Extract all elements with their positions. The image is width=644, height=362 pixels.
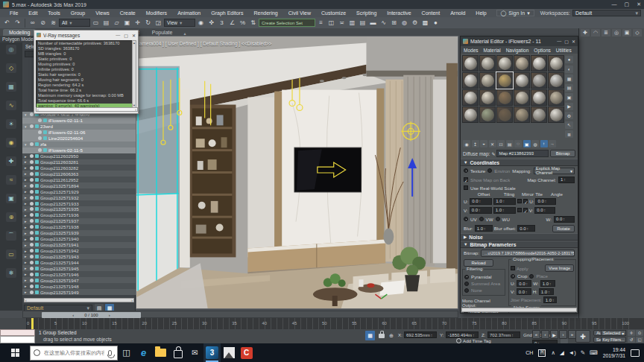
taskbar-store[interactable] xyxy=(169,343,186,362)
material-sample-slot[interactable] xyxy=(514,55,530,72)
vw-radio[interactable] xyxy=(479,217,484,221)
visibility-icon[interactable] xyxy=(30,261,34,264)
assign-to-selection-icon[interactable]: ◒ xyxy=(480,140,487,147)
utilities-tab-icon[interactable]: ◇ xyxy=(633,29,642,36)
language-indicator[interactable]: CH xyxy=(525,350,533,355)
menu-item[interactable]: Create xyxy=(115,10,141,16)
window-crossing-icon[interactable]: ▣ xyxy=(122,18,132,28)
menu-item[interactable]: Group xyxy=(66,10,90,16)
expand-arrow-icon[interactable] xyxy=(25,189,28,194)
material-sample-slot[interactable] xyxy=(548,55,564,72)
summed-area-radio[interactable] xyxy=(464,282,469,286)
expand-arrow-icon[interactable] xyxy=(25,219,28,223)
explorer-row[interactable]: Group2132571946 xyxy=(22,271,136,277)
vray-close-button[interactable]: ✕ xyxy=(132,33,136,38)
hierarchy-tab-icon[interactable]: ≣ xyxy=(602,29,610,36)
jitter-field[interactable]: 1.0↕ xyxy=(543,296,557,303)
touch-keyboard-icon[interactable]: ⌨ xyxy=(590,349,598,356)
percent-snap-icon[interactable]: % xyxy=(238,18,247,28)
material-sample-slot[interactable] xyxy=(479,55,496,72)
v-angle-field[interactable]: 0.0↕ xyxy=(534,207,555,214)
material-sample-slot[interactable] xyxy=(496,107,513,123)
use-real-world-scale-checkbox[interactable] xyxy=(464,185,468,190)
coordinates-rollout-header[interactable]: ▼Coordinates xyxy=(461,159,578,166)
select-by-material-icon[interactable]: ↖ xyxy=(565,121,573,129)
display-tab-icon[interactable]: ▣ xyxy=(622,29,631,36)
explorer-row[interactable]: iFlowers-02-11-1 xyxy=(22,118,136,124)
sign-in-button[interactable]: ◯Sign In▾ xyxy=(496,10,534,16)
visibility-icon[interactable] xyxy=(30,237,34,241)
visibility-icon[interactable] xyxy=(30,231,34,235)
maxscript-mini-listener-pink[interactable] xyxy=(0,329,35,336)
ribbon-minimize-icon[interactable]: ▴ xyxy=(183,31,186,36)
display-geometry-icon[interactable]: ▦ xyxy=(6,82,16,92)
align-icon[interactable]: ≍ xyxy=(337,18,347,28)
menu-item[interactable]: Content xyxy=(417,10,446,16)
explorer-row[interactable]: Group2132571932 xyxy=(22,194,136,200)
menu-item[interactable]: Graph Editors xyxy=(206,10,248,16)
material-sample-slot[interactable] xyxy=(548,72,564,89)
explorer-row[interactable]: Group2132571945 xyxy=(22,265,136,271)
visibility-icon[interactable] xyxy=(38,118,42,122)
ribbon-toggle-icon[interactable]: ▬ xyxy=(368,18,378,28)
curve-editor-icon[interactable]: ∿ xyxy=(379,18,388,28)
visibility-icon[interactable] xyxy=(30,196,34,200)
material-editor-menu-item[interactable]: Navigation xyxy=(506,48,529,53)
ribbon-tab[interactable]: Populate xyxy=(146,29,179,36)
y-coordinate-field[interactable]: -1850.494m↕ xyxy=(446,331,479,338)
menu-item[interactable]: Animation xyxy=(172,10,206,16)
crop-w-field[interactable]: 1.0↕ xyxy=(540,280,555,287)
microphone-icon[interactable] xyxy=(108,350,112,356)
expand-arrow-icon[interactable] xyxy=(25,237,28,241)
schematic-view-icon[interactable]: ⊞ xyxy=(389,18,399,28)
material-sample-slot[interactable] xyxy=(496,72,513,89)
go-to-start-icon[interactable]: « xyxy=(532,330,540,339)
z-coordinate-field[interactable]: 702.37mm↕ xyxy=(487,331,520,338)
menu-item[interactable]: Views xyxy=(90,10,115,16)
visibility-icon[interactable] xyxy=(38,148,42,152)
view-image-button[interactable]: View Image xyxy=(545,264,574,272)
show-end-result-icon[interactable]: ◍ xyxy=(531,140,539,147)
pan-icon[interactable]: ✛ xyxy=(628,330,635,336)
eyedropper-icon[interactable]: ✎ xyxy=(491,151,495,156)
menu-item[interactable]: File xyxy=(4,10,23,16)
select-object-icon[interactable]: ▭ xyxy=(91,18,101,28)
map-type-button[interactable]: Bitmap xyxy=(550,150,575,157)
explorer-row[interactable]: Group2112602950 xyxy=(22,153,136,159)
add-time-tag[interactable]: Add Time Tag xyxy=(456,338,491,343)
explorer-find-icon[interactable]: ◎ xyxy=(6,45,16,54)
menu-item[interactable]: Civil View xyxy=(283,10,316,16)
visibility-icon[interactable] xyxy=(30,160,34,164)
background-icon[interactable]: ▦ xyxy=(565,74,573,82)
explorer-horizontal-scrollbar[interactable]: ‹› xyxy=(24,298,134,302)
map-channel-field[interactable]: 1↕ xyxy=(558,177,575,183)
image-alpha-radio[interactable] xyxy=(511,314,515,314)
volume-icon[interactable]: ◄) xyxy=(569,349,576,356)
material-sample-slot[interactable] xyxy=(462,89,479,106)
visibility-icon[interactable] xyxy=(30,166,34,170)
motion-tab-icon[interactable]: ◎ xyxy=(612,29,621,36)
selection-filter-dropdown[interactable]: All▾ xyxy=(59,19,90,27)
mated-close-button[interactable]: ✕ xyxy=(572,39,575,44)
mated-maximize-button[interactable]: ▢ xyxy=(564,39,569,44)
visibility-icon[interactable] xyxy=(30,142,34,146)
explorer-row[interactable]: Group2112603282 xyxy=(22,165,136,171)
material-editor-horizontal-scrollbar[interactable] xyxy=(461,308,577,312)
put-to-scene-icon[interactable]: ↥ xyxy=(472,140,479,147)
expand-arrow-icon[interactable] xyxy=(25,260,28,264)
v-tiling-field[interactable]: 1.0↕ xyxy=(493,207,516,214)
menu-item[interactable]: Rendering xyxy=(248,10,282,16)
material-sample-slot[interactable] xyxy=(548,89,564,106)
track-bar[interactable]: 0510152025303540455055606570758085909510… xyxy=(0,318,644,329)
next-frame-arrow-icon[interactable]: › xyxy=(109,313,110,317)
rendered-frame-icon[interactable]: ▩ xyxy=(420,18,430,28)
explorer-row[interactable]: iFlowers-02-11-5 xyxy=(22,147,136,153)
material-editor-icon[interactable]: ◍ xyxy=(400,18,409,28)
uv-radio[interactable] xyxy=(464,217,468,221)
select-move-icon[interactable]: ✛ xyxy=(133,18,142,28)
material-sample-slot[interactable] xyxy=(531,55,547,72)
menu-item[interactable]: Scripting xyxy=(351,10,382,16)
next-frame-icon[interactable]: › xyxy=(559,330,567,339)
show-map-on-back-checkbox[interactable] xyxy=(464,177,468,182)
close-button[interactable]: ✕ xyxy=(637,1,641,7)
